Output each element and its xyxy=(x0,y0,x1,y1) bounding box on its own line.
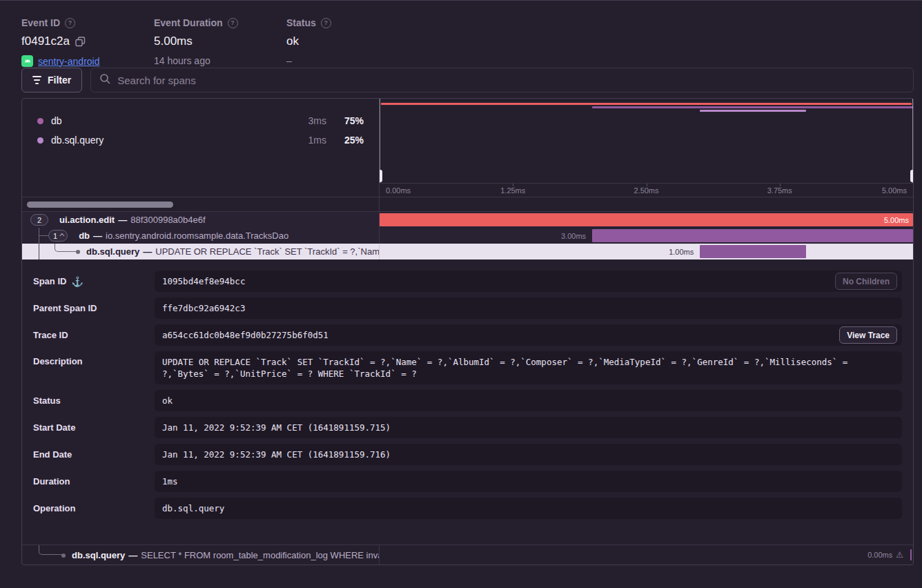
status-column: Status ? ok – xyxy=(286,17,331,68)
trace-minimap[interactable] xyxy=(380,99,913,183)
trace-id-value: a654cc61dc0b48ef9d0b27275b6f0d51 xyxy=(155,324,902,346)
help-icon[interactable]: ? xyxy=(321,18,331,28)
parent-span-id-value: ffe7dbc92a6942c3 xyxy=(155,297,902,319)
operation-value: db.sql.query xyxy=(155,498,902,519)
field-end-date: End Date Jan 11, 2022 9:52:39 AM CET (16… xyxy=(33,444,902,465)
anchor-icon[interactable]: ⚓ xyxy=(71,271,83,292)
time-axis: 0.00ms 1.25ms 2.50ms 3.75ms 5.00ms xyxy=(380,183,913,197)
span-row-db-sql-query-selected[interactable]: db.sql.query — UPDATE OR REPLACE `Track`… xyxy=(22,244,913,259)
op-color-dot xyxy=(37,118,43,124)
event-duration-column: Event Duration ? 5.00ms 14 hours ago xyxy=(154,17,286,68)
description-value: UPDATE OR REPLACE `Track` SET `TrackId` … xyxy=(155,351,902,384)
axis-tick: 1.25ms xyxy=(500,186,525,195)
status-sub: – xyxy=(286,55,292,66)
axis-tick: 3.75ms xyxy=(767,186,792,195)
minimap-span-line xyxy=(381,103,911,105)
no-children-button: No Children xyxy=(835,273,897,290)
legend-row-db: db 3ms 75% xyxy=(37,111,364,130)
status-label: Status xyxy=(286,17,316,28)
span-op: db xyxy=(79,231,90,241)
span-duration-label: 0.00ms xyxy=(867,551,892,559)
status-value: ok xyxy=(286,35,299,48)
span-duration-bar[interactable]: 5.00ms xyxy=(380,213,913,226)
event-id-column: Event ID ? f0491c2a sentry-android xyxy=(21,17,154,68)
minimap-span-line xyxy=(700,110,806,112)
span-duration-bar[interactable] xyxy=(700,245,806,258)
spans-toolbar: Filter xyxy=(21,68,914,92)
zero-duration-bar xyxy=(910,549,912,560)
op-name: db.sql.query xyxy=(51,135,286,146)
op-name: db xyxy=(51,115,286,126)
op-color-dot xyxy=(37,137,43,144)
event-id-label-row: Event ID ? xyxy=(21,17,154,28)
span-description: io.sentry.android.roomsample.data.Tracks… xyxy=(106,231,288,241)
span-description: UPDATE OR REPLACE `Track` SET `TrackId` … xyxy=(155,246,379,257)
minimap-drag-handle-right[interactable] xyxy=(910,170,913,182)
event-id-label: Event ID xyxy=(21,17,60,28)
status-field-value: ok xyxy=(155,390,902,411)
span-description: SELECT * FROM room_table_modification_lo… xyxy=(141,550,379,560)
event-header: Event ID ? f0491c2a sentry-android Event… xyxy=(0,1,922,68)
search-input[interactable] xyxy=(117,75,905,86)
event-id-value: f0491c2a xyxy=(21,35,70,48)
axis-tick: 5.00ms xyxy=(882,186,907,195)
view-trace-button[interactable]: View Trace xyxy=(839,326,897,344)
filter-icon xyxy=(32,76,41,84)
start-date-value: Jan 11, 2022 9:52:39 AM CET (1641891159.… xyxy=(155,417,902,438)
minimap-span-line xyxy=(592,106,913,108)
span-row-db-sql-query-select[interactable]: db.sql.query — SELECT * FROM room_table_… xyxy=(22,545,913,565)
op-duration: 1ms xyxy=(291,135,326,146)
span-duration-label: 5.00ms xyxy=(884,216,913,224)
axis-tick: 0.00ms xyxy=(386,186,411,195)
search-icon xyxy=(99,73,110,87)
children-count-badge[interactable]: 1 xyxy=(48,230,68,242)
field-description: Description UPDATE OR REPLACE `Track` SE… xyxy=(33,351,902,384)
field-status: Status ok xyxy=(33,390,902,411)
field-parent-span-id: Parent Span ID ffe7dbc92a6942c3 xyxy=(33,297,902,319)
field-trace-id: Trace ID a654cc61dc0b48ef9d0b27275b6f0d5… xyxy=(33,324,902,346)
span-duration-label: 1.00ms xyxy=(380,244,698,259)
field-duration: Duration 1ms xyxy=(33,471,902,492)
field-start-date: Start Date Jan 11, 2022 9:52:39 AM CET (… xyxy=(33,417,902,438)
axis-tick: 2.50ms xyxy=(634,186,658,195)
chevron-up-icon xyxy=(60,233,65,238)
span-duration-bar[interactable] xyxy=(592,229,913,242)
span-duration-label: 3.00ms xyxy=(380,228,591,244)
field-span-id: Span ID ⚓ 1095bd4ef8e94bcc No Children xyxy=(33,271,902,292)
minimap-drag-handle-left[interactable] xyxy=(380,170,382,182)
legend-row-db-sql-query: db.sql.query 1ms 25% xyxy=(37,130,364,150)
span-search-box[interactable] xyxy=(90,68,914,92)
op-percent: 25% xyxy=(331,135,364,146)
warning-icon: ⚠ xyxy=(896,550,903,560)
span-op: db.sql.query xyxy=(86,246,139,257)
op-duration: 3ms xyxy=(291,115,326,126)
span-op: ui.action.edit xyxy=(59,215,115,225)
project-link[interactable]: sentry-android xyxy=(38,56,100,67)
event-duration-value: 5.00ms xyxy=(154,35,193,48)
copy-icon[interactable] xyxy=(75,37,86,47)
op-percent: 75% xyxy=(331,115,364,126)
span-row-ui-action-edit[interactable]: 2 ui.action.edit — 88f300998a0b4e6f 5.00… xyxy=(22,212,913,228)
event-duration-ago: 14 hours ago xyxy=(154,55,210,66)
span-id-value: 1095bd4ef8e94bcc xyxy=(155,271,902,292)
event-duration-label: Event Duration xyxy=(154,17,223,28)
children-count-badge[interactable]: 2 xyxy=(30,214,48,226)
help-icon[interactable]: ? xyxy=(65,18,75,28)
end-date-value: Jan 11, 2022 9:52:39 AM CET (1641891159.… xyxy=(155,444,902,465)
duration-value: 1ms xyxy=(155,471,902,492)
span-op-legend: db 3ms 75% db.sql.query 1ms 25% xyxy=(22,99,379,150)
field-operation: Operation db.sql.query xyxy=(33,498,902,519)
trace-waterfall: db 3ms 75% db.sql.query 1ms 25% xyxy=(21,98,914,565)
help-icon[interactable]: ? xyxy=(228,18,238,28)
span-op: db.sql.query xyxy=(72,550,125,560)
span-row-db[interactable]: 1 db — io.sentry.android.roomsample.data… xyxy=(22,228,913,244)
filter-button-label: Filter xyxy=(48,75,71,86)
horizontal-scrollbar-thumb[interactable] xyxy=(27,202,173,208)
filter-button[interactable]: Filter xyxy=(21,68,82,92)
span-description: 88f300998a0b4e6f xyxy=(130,215,205,225)
span-details-panel: Span ID ⚓ 1095bd4ef8e94bcc No Children P… xyxy=(22,259,913,545)
android-platform-icon xyxy=(21,55,33,67)
